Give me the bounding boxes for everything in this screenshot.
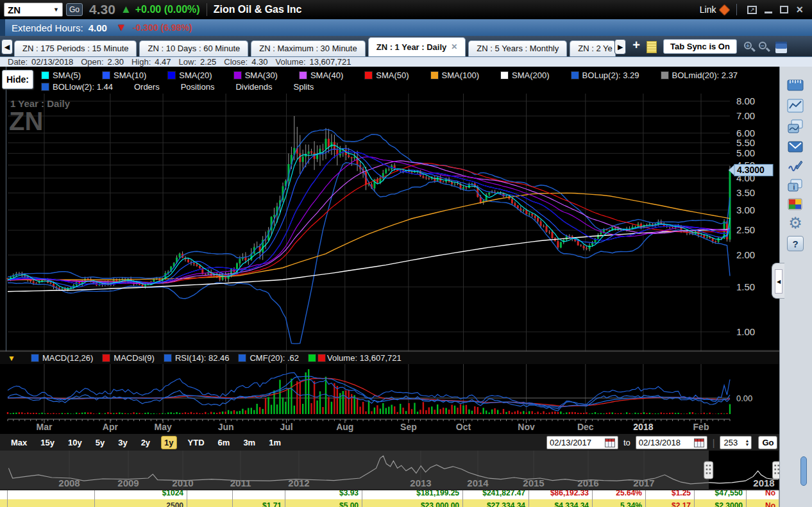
to-date-input[interactable]: 02/13/2018	[636, 436, 707, 449]
link-label[interactable]: Link	[700, 4, 716, 15]
zoom-in-icon[interactable]: +	[743, 41, 756, 53]
bottom-data-table: $1024$3.93$181,199.25$241,827.47$86,192.…	[0, 489, 779, 507]
legend-item-sma-4[interactable]: SMA(30)	[233, 71, 278, 80]
svg-text:2018: 2018	[753, 478, 774, 488]
divider	[736, 4, 737, 15]
message-icon[interactable]	[787, 138, 804, 155]
legend-label: SMA(40)	[310, 71, 343, 80]
colors-palette-icon[interactable]	[787, 196, 804, 213]
notes-icon[interactable]	[647, 41, 657, 53]
legend-item-orders[interactable]: Orders	[134, 82, 160, 92]
range-go-button[interactable]: Go	[758, 436, 777, 449]
tab-close-icon[interactable]: ✕	[451, 38, 457, 56]
legend-item-sma-8[interactable]: SMA(200)	[500, 71, 550, 80]
tab-5[interactable]: ZN : 5 Years : Monthly	[468, 40, 567, 56]
info-label: Low:	[179, 57, 196, 67]
period-button-max[interactable]: Max	[8, 436, 30, 449]
collapse-arrow-icon[interactable]: ◀	[775, 269, 782, 294]
table-cell: $1.71	[233, 499, 285, 507]
legend-item-sma-7[interactable]: SMA(100)	[430, 71, 480, 80]
legend-label: Splits	[294, 82, 314, 92]
indicator-legend-item[interactable]: RSI(14): 82.46	[164, 353, 230, 363]
tab-1[interactable]: ZN : 175 Periods : 15 Minute	[14, 40, 137, 56]
period-button-15y[interactable]: 15y	[38, 436, 57, 449]
period-button-10y[interactable]: 10y	[65, 436, 85, 449]
table-cell: $4,334.34	[529, 499, 593, 507]
legend-item-positions[interactable]: Positions	[181, 82, 215, 92]
close-icon[interactable]: ×	[796, 5, 803, 14]
dropdown-caret-icon[interactable]: ▼	[53, 6, 59, 13]
indicator-legend-item[interactable]: Volume: 13,607,721	[308, 353, 402, 363]
period-button-1y[interactable]: 1y	[161, 436, 176, 449]
link-diamond-icon[interactable]	[719, 4, 731, 15]
legend-item-bolup[interactable]: BOLup(2): 3.29	[571, 71, 639, 80]
period-button-3y[interactable]: 3y	[115, 436, 130, 449]
legend-label: Positions	[181, 82, 215, 92]
tab-label: ZN : Maximum : 30 Minute	[259, 44, 357, 53]
period-button-ytd[interactable]: YTD	[185, 436, 207, 449]
minimize-icon[interactable]	[765, 12, 772, 13]
legend-item-bolmid[interactable]: BOLmid(20): 2.37	[661, 71, 738, 80]
indicator-legend-item[interactable]: MACDsl(9)	[102, 353, 155, 363]
mini-range-chart[interactable]: 2008200920102011201220132014201520162017…	[0, 451, 784, 489]
popout-icon[interactable]: ↗	[747, 6, 757, 14]
maximize-icon[interactable]	[780, 6, 788, 13]
tab-scroll-left-icon[interactable]: ◀	[1, 39, 13, 54]
svg-text:Jun: Jun	[218, 422, 234, 432]
indicator-panel-chart[interactable]: 0.00MarAprMayJunJulAugSepOctNovDec2018Fe…	[0, 364, 779, 433]
zoom-out-icon[interactable]: −	[758, 41, 770, 53]
divider	[207, 3, 207, 16]
period-button-1m[interactable]: 1m	[266, 436, 283, 449]
bar-count-value: 253	[720, 438, 743, 447]
settings-gear-icon[interactable]: ⚙	[787, 215, 804, 232]
tab-6[interactable]: ZN : 2 Ye	[570, 40, 616, 56]
tab-3[interactable]: ZN : Maximum : 30 Minute	[251, 40, 365, 56]
legend-item-splits[interactable]: Splits	[294, 82, 314, 92]
indicator-legend-item[interactable]: MACD(12,26)	[31, 353, 93, 363]
info-value: 02/13/2018	[31, 57, 73, 67]
legend-item-sma-2[interactable]: SMA(10)	[102, 71, 146, 80]
annotation-pen-icon[interactable]	[787, 158, 804, 174]
symbol-go-button[interactable]: Go	[66, 3, 83, 16]
period-button-2y[interactable]: 2y	[139, 436, 153, 449]
legend-item-sma-3[interactable]: SMA(20)	[167, 71, 212, 80]
add-tab-button[interactable]: +	[632, 38, 640, 53]
legend-label: SMA(20)	[179, 71, 212, 80]
bar-count-input[interactable]: 253 ▲▼	[720, 436, 752, 449]
period-button-5y[interactable]: 5y	[93, 436, 107, 449]
period-button-6m[interactable]: 6m	[216, 436, 233, 449]
table-cell	[0, 489, 8, 499]
table-cell	[187, 489, 233, 499]
stepper-arrows[interactable]: ▲▼	[743, 439, 751, 447]
legend-item-sma-1[interactable]: SMA(5)	[41, 71, 81, 80]
period-button-3m[interactable]: 3m	[241, 436, 258, 449]
collapse-panel-icon[interactable]: ▼	[8, 354, 15, 363]
indicator-legend-item[interactable]: CMF(20): .62	[238, 353, 299, 363]
scrollbar-thumb[interactable]	[800, 456, 807, 486]
legend-label: MACDsl(9)	[114, 353, 155, 363]
chart-style-icon[interactable]	[787, 97, 804, 114]
table-cell	[8, 499, 95, 507]
tab-2[interactable]: ZN : 10 Days : 60 Minute	[139, 40, 248, 56]
legend-item-bollow[interactable]: BOLlow(2): 1.44	[41, 82, 113, 92]
ruler-tool-icon[interactable]	[787, 77, 804, 94]
compare-charts-icon[interactable]	[787, 118, 804, 135]
tab-4[interactable]: ZN : 1 Year : Daily✕	[368, 37, 466, 56]
legend-item-dividends[interactable]: Dividends	[235, 82, 272, 92]
main-price-chart[interactable]: 1 Year : DailyZN8.007.006.005.505.004.50…	[0, 93, 779, 351]
tab-sync-button[interactable]: Tab Sync is On	[663, 39, 737, 54]
symbol-combobox[interactable]: ZN ▼	[4, 3, 63, 17]
help-icon[interactable]: ?	[787, 236, 804, 251]
tab-scroll-right-icon[interactable]: ▶	[614, 39, 626, 54]
calendar-icon[interactable]	[605, 438, 615, 447]
hide-button[interactable]: Hide:	[2, 70, 33, 89]
legend-item-sma-6[interactable]: SMA(50)	[364, 71, 409, 80]
save-layout-icon[interactable]	[775, 42, 787, 53]
chart-info-icon[interactable]: i	[787, 177, 804, 194]
calendar-icon[interactable]	[694, 438, 704, 447]
legend-item-sma-5[interactable]: SMA(40)	[299, 71, 343, 80]
legend-swatch	[430, 71, 439, 79]
legend-swatch	[500, 71, 509, 79]
from-date-input[interactable]: 02/13/2017	[546, 436, 618, 449]
sidebar-collapse-handle[interactable]: ◀	[772, 263, 784, 299]
